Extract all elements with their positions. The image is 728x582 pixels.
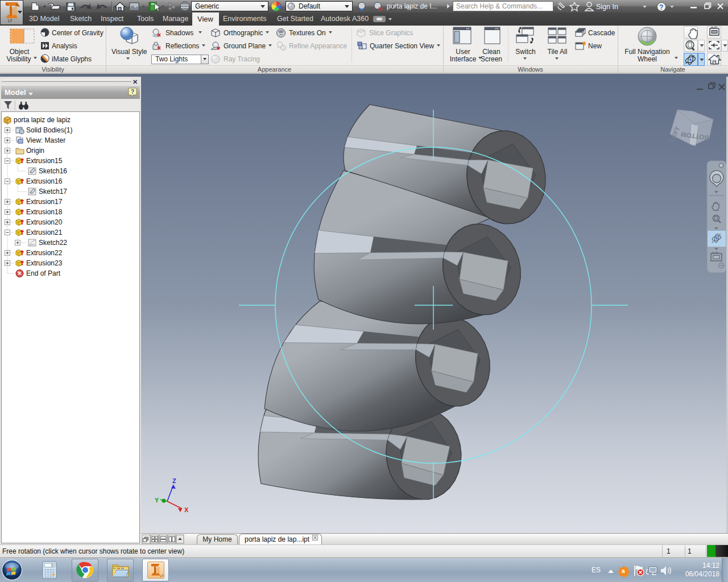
svg-text:Extrusion17: Extrusion17 [26,198,63,206]
svg-text:Solid Bodies(1): Solid Bodies(1) [26,126,72,134]
svg-text:X: X [184,506,189,513]
svg-text:Extrusion15: Extrusion15 [26,157,63,165]
svg-text:porta lapiz de lapiz: porta lapiz de lapiz [14,116,71,124]
svg-text:Sketch16: Sketch16 [39,167,67,175]
svg-text:a: a [622,568,625,574]
svg-text:End of Part: End of Part [26,269,61,277]
svg-text:?: ? [131,89,134,95]
svg-text:Sketch22: Sketch22 [39,239,67,247]
svg-text:?: ? [659,3,663,11]
svg-text:Extrusion23: Extrusion23 [26,259,63,267]
svg-text:Extrusion16: Extrusion16 [26,177,63,185]
svg-text:Extrusion18: Extrusion18 [26,208,63,216]
svg-text:Sketch17: Sketch17 [39,188,67,196]
svg-text:Sign In: Sign In [596,3,618,11]
svg-text:Extrusion21: Extrusion21 [26,228,63,236]
svg-text:Y: Y [155,497,159,504]
svg-text:Origin: Origin [26,147,44,155]
svg-text:0: 0 [51,563,53,567]
svg-text:Extrusion20: Extrusion20 [26,218,63,226]
svg-text:Z: Z [172,477,176,484]
svg-text:Extrusion22: Extrusion22 [26,249,63,257]
svg-text:View: Master: View: Master [26,136,65,144]
